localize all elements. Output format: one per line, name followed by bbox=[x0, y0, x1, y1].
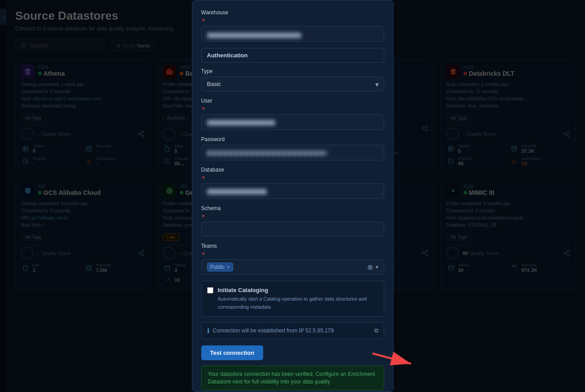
ip-info-box: ℹ Connection will be established from IP… bbox=[201, 322, 384, 339]
type-select[interactable]: Basic bbox=[201, 77, 384, 91]
team-tag-label: Public bbox=[210, 264, 225, 270]
initiate-cataloging-checkbox[interactable] bbox=[207, 287, 213, 293]
schema-label: Schema bbox=[201, 205, 384, 211]
ip-info-text: Connection will be established from IP 5… bbox=[213, 327, 334, 334]
initiate-cataloging-row: Initiate Cataloging Automatically start … bbox=[201, 281, 384, 317]
password-label: Password bbox=[201, 136, 384, 142]
team-tag-public: Public × bbox=[207, 263, 234, 271]
type-select-wrapper: Basic bbox=[201, 77, 384, 91]
datastore-modal: Warehouse* Authentication Type Basic Use… bbox=[192, 0, 394, 392]
teams-input[interactable]: Public × ⊗ ▾ bbox=[201, 259, 384, 275]
password-input[interactable] bbox=[201, 145, 384, 160]
teams-label: Teams bbox=[201, 243, 384, 249]
warehouse-input[interactable] bbox=[201, 26, 384, 42]
success-message: Your datastore connection has been verif… bbox=[201, 366, 384, 391]
svg-line-80 bbox=[373, 339, 411, 378]
database-label: Database bbox=[201, 167, 384, 173]
user-input[interactable] bbox=[201, 114, 384, 130]
teams-clear-icon[interactable]: ⊗ bbox=[367, 263, 373, 271]
database-field: Database* bbox=[201, 167, 384, 199]
password-field: Password bbox=[201, 136, 384, 160]
type-field: Type Basic bbox=[201, 68, 384, 91]
teams-field: Teams* Public × ⊗ ▾ bbox=[201, 243, 384, 275]
type-label: Type bbox=[201, 68, 384, 74]
team-tag-remove[interactable]: × bbox=[226, 264, 230, 270]
info-icon: ℹ bbox=[207, 327, 209, 334]
test-connection-button[interactable]: Test connection bbox=[201, 345, 264, 360]
teams-dropdown-icon[interactable]: ▾ bbox=[376, 264, 378, 270]
user-field: User* bbox=[201, 98, 384, 130]
warehouse-field: Warehouse* bbox=[201, 9, 384, 42]
initiate-cataloging-text: Initiate Cataloging Automatically start … bbox=[218, 287, 378, 311]
initiate-cataloging-desc: Automatically start a Catalog operation … bbox=[218, 296, 367, 310]
schema-field: Schema* bbox=[201, 205, 384, 237]
user-label: User bbox=[201, 98, 384, 104]
database-input[interactable] bbox=[201, 183, 384, 199]
auth-section: Authentication bbox=[201, 48, 384, 63]
warehouse-label: Warehouse bbox=[201, 9, 384, 16]
schema-input[interactable] bbox=[201, 222, 384, 237]
copy-icon[interactable]: ⧉ bbox=[374, 327, 378, 334]
initiate-cataloging-title: Initiate Cataloging bbox=[218, 287, 378, 293]
